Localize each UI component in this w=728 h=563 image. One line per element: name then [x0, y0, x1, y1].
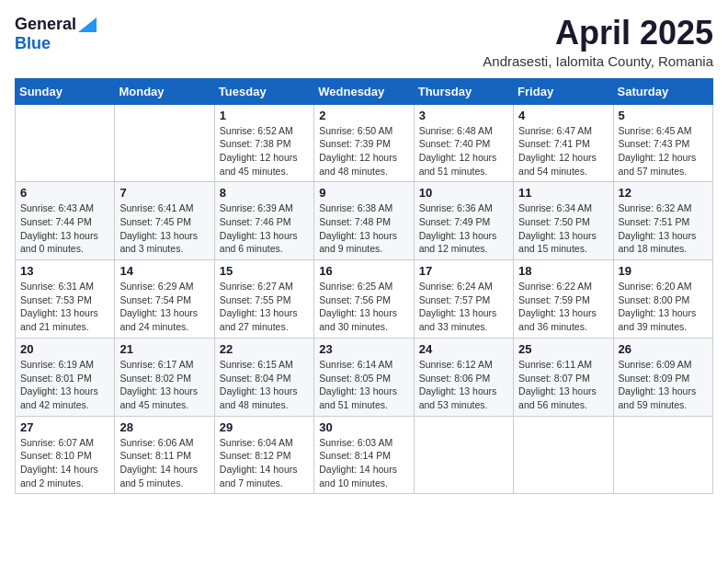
- day-info: Sunrise: 6:32 AM Sunset: 7:51 PM Dayligh…: [619, 201, 708, 256]
- day-number: 23: [319, 342, 408, 356]
- calendar-day-cell: 6Sunrise: 6:43 AM Sunset: 7:44 PM Daylig…: [16, 182, 115, 260]
- page-header: General Blue April 2025 Andrasesti, Ialo…: [15, 15, 713, 69]
- day-number: 30: [319, 420, 408, 434]
- day-number: 26: [619, 342, 708, 356]
- day-info: Sunrise: 6:29 AM Sunset: 7:54 PM Dayligh…: [119, 280, 209, 334]
- day-number: 12: [619, 186, 708, 200]
- calendar-body: 1Sunrise: 6:52 AM Sunset: 7:38 PM Daylig…: [16, 104, 713, 494]
- logo-blue-text: Blue: [15, 34, 51, 52]
- day-number: 8: [220, 186, 309, 200]
- day-number: 5: [619, 109, 708, 122]
- day-info: Sunrise: 6:45 AM Sunset: 7:43 PM Dayligh…: [619, 124, 708, 178]
- calendar-day-cell: 1Sunrise: 6:52 AM Sunset: 7:38 PM Daylig…: [214, 104, 313, 182]
- day-info: Sunrise: 6:06 AM Sunset: 8:11 PM Dayligh…: [119, 436, 209, 490]
- day-info: Sunrise: 6:22 AM Sunset: 7:59 PM Dayligh…: [518, 280, 608, 334]
- calendar-week-row: 1Sunrise: 6:52 AM Sunset: 7:38 PM Daylig…: [16, 104, 713, 182]
- weekday-header-wednesday: Wednesday: [314, 78, 414, 104]
- day-number: 7: [119, 186, 209, 200]
- weekday-header-row: SundayMondayTuesdayWednesdayThursdayFrid…: [16, 78, 713, 104]
- calendar-day-cell: 22Sunrise: 6:15 AM Sunset: 8:04 PM Dayli…: [214, 338, 313, 416]
- day-number: 6: [20, 186, 109, 200]
- day-info: Sunrise: 6:04 AM Sunset: 8:12 PM Dayligh…: [220, 436, 309, 490]
- calendar-day-cell: 4Sunrise: 6:47 AM Sunset: 7:41 PM Daylig…: [514, 104, 613, 182]
- calendar-week-row: 6Sunrise: 6:43 AM Sunset: 7:44 PM Daylig…: [16, 182, 713, 260]
- calendar-week-row: 13Sunrise: 6:31 AM Sunset: 7:53 PM Dayli…: [16, 260, 713, 339]
- calendar-empty-cell: [16, 104, 115, 182]
- calendar-day-cell: 17Sunrise: 6:24 AM Sunset: 7:57 PM Dayli…: [414, 260, 513, 339]
- calendar-day-cell: 9Sunrise: 6:38 AM Sunset: 7:48 PM Daylig…: [314, 182, 414, 260]
- month-year-title: April 2025: [483, 15, 713, 52]
- day-info: Sunrise: 6:39 AM Sunset: 7:46 PM Dayligh…: [220, 201, 309, 256]
- calendar-day-cell: 28Sunrise: 6:06 AM Sunset: 8:11 PM Dayli…: [115, 416, 214, 494]
- calendar-day-cell: 21Sunrise: 6:17 AM Sunset: 8:02 PM Dayli…: [115, 338, 214, 416]
- day-info: Sunrise: 6:14 AM Sunset: 8:05 PM Dayligh…: [319, 358, 408, 412]
- day-number: 22: [220, 342, 309, 356]
- location-subtitle: Andrasesti, Ialomita County, Romania: [483, 53, 713, 69]
- calendar-day-cell: 13Sunrise: 6:31 AM Sunset: 7:53 PM Dayli…: [16, 260, 115, 339]
- weekday-header-thursday: Thursday: [414, 78, 513, 104]
- day-number: 10: [419, 186, 508, 200]
- day-number: 25: [518, 342, 608, 356]
- day-info: Sunrise: 6:48 AM Sunset: 7:40 PM Dayligh…: [419, 124, 508, 178]
- calendar-day-cell: 25Sunrise: 6:11 AM Sunset: 8:07 PM Dayli…: [514, 338, 613, 416]
- day-number: 2: [319, 109, 408, 122]
- calendar-header: SundayMondayTuesdayWednesdayThursdayFrid…: [16, 78, 713, 104]
- day-number: 11: [518, 186, 608, 200]
- calendar-empty-cell: [514, 416, 613, 494]
- day-number: 19: [619, 264, 708, 278]
- logo: General Blue: [15, 15, 97, 53]
- day-number: 4: [518, 109, 608, 122]
- day-number: 15: [220, 264, 309, 278]
- day-info: Sunrise: 6:38 AM Sunset: 7:48 PM Dayligh…: [319, 201, 408, 256]
- logo-general-text: General: [15, 15, 76, 34]
- calendar-day-cell: 8Sunrise: 6:39 AM Sunset: 7:46 PM Daylig…: [214, 182, 313, 260]
- weekday-header-sunday: Sunday: [16, 78, 115, 104]
- day-number: 18: [518, 264, 608, 278]
- calendar-day-cell: 3Sunrise: 6:48 AM Sunset: 7:40 PM Daylig…: [414, 104, 513, 182]
- calendar-day-cell: 11Sunrise: 6:34 AM Sunset: 7:50 PM Dayli…: [514, 182, 613, 260]
- day-number: 20: [20, 342, 109, 356]
- day-info: Sunrise: 6:43 AM Sunset: 7:44 PM Dayligh…: [20, 201, 109, 256]
- calendar-day-cell: 15Sunrise: 6:27 AM Sunset: 7:55 PM Dayli…: [214, 260, 313, 339]
- day-info: Sunrise: 6:03 AM Sunset: 8:14 PM Dayligh…: [319, 436, 408, 490]
- calendar-day-cell: 7Sunrise: 6:41 AM Sunset: 7:45 PM Daylig…: [115, 182, 214, 260]
- calendar-week-row: 20Sunrise: 6:19 AM Sunset: 8:01 PM Dayli…: [16, 338, 713, 416]
- day-info: Sunrise: 6:24 AM Sunset: 7:57 PM Dayligh…: [419, 280, 508, 334]
- day-info: Sunrise: 6:47 AM Sunset: 7:41 PM Dayligh…: [518, 124, 608, 178]
- title-section: April 2025 Andrasesti, Ialomita County, …: [483, 15, 713, 69]
- calendar-empty-cell: [414, 416, 513, 494]
- day-number: 9: [319, 186, 408, 200]
- day-info: Sunrise: 6:36 AM Sunset: 7:49 PM Dayligh…: [419, 201, 508, 256]
- day-number: 29: [220, 420, 309, 434]
- day-number: 17: [419, 264, 508, 278]
- day-info: Sunrise: 6:50 AM Sunset: 7:39 PM Dayligh…: [319, 124, 408, 178]
- calendar-day-cell: 20Sunrise: 6:19 AM Sunset: 8:01 PM Dayli…: [16, 338, 115, 416]
- weekday-header-tuesday: Tuesday: [214, 78, 313, 104]
- calendar-day-cell: 29Sunrise: 6:04 AM Sunset: 8:12 PM Dayli…: [214, 416, 313, 494]
- calendar-day-cell: 2Sunrise: 6:50 AM Sunset: 7:39 PM Daylig…: [314, 104, 414, 182]
- day-number: 1: [220, 109, 309, 122]
- day-info: Sunrise: 6:27 AM Sunset: 7:55 PM Dayligh…: [220, 280, 309, 334]
- calendar-week-row: 27Sunrise: 6:07 AM Sunset: 8:10 PM Dayli…: [16, 416, 713, 494]
- svg-marker-0: [78, 17, 97, 32]
- calendar-day-cell: 26Sunrise: 6:09 AM Sunset: 8:09 PM Dayli…: [613, 338, 712, 416]
- day-info: Sunrise: 6:12 AM Sunset: 8:06 PM Dayligh…: [419, 358, 508, 412]
- day-number: 16: [319, 264, 408, 278]
- calendar-day-cell: 19Sunrise: 6:20 AM Sunset: 8:00 PM Dayli…: [613, 260, 712, 339]
- day-info: Sunrise: 6:11 AM Sunset: 8:07 PM Dayligh…: [518, 358, 608, 412]
- day-number: 21: [119, 342, 209, 356]
- day-number: 14: [119, 264, 209, 278]
- weekday-header-saturday: Saturday: [613, 78, 712, 104]
- weekday-header-friday: Friday: [514, 78, 613, 104]
- calendar-day-cell: 12Sunrise: 6:32 AM Sunset: 7:51 PM Dayli…: [613, 182, 712, 260]
- day-number: 27: [20, 420, 109, 434]
- day-number: 28: [119, 420, 209, 434]
- calendar-empty-cell: [115, 104, 214, 182]
- calendar-empty-cell: [613, 416, 712, 494]
- day-info: Sunrise: 6:20 AM Sunset: 8:00 PM Dayligh…: [619, 280, 708, 334]
- calendar-day-cell: 10Sunrise: 6:36 AM Sunset: 7:49 PM Dayli…: [414, 182, 513, 260]
- calendar-day-cell: 27Sunrise: 6:07 AM Sunset: 8:10 PM Dayli…: [16, 416, 115, 494]
- day-info: Sunrise: 6:25 AM Sunset: 7:56 PM Dayligh…: [319, 280, 408, 334]
- day-info: Sunrise: 6:19 AM Sunset: 8:01 PM Dayligh…: [20, 358, 109, 412]
- day-info: Sunrise: 6:31 AM Sunset: 7:53 PM Dayligh…: [20, 280, 109, 334]
